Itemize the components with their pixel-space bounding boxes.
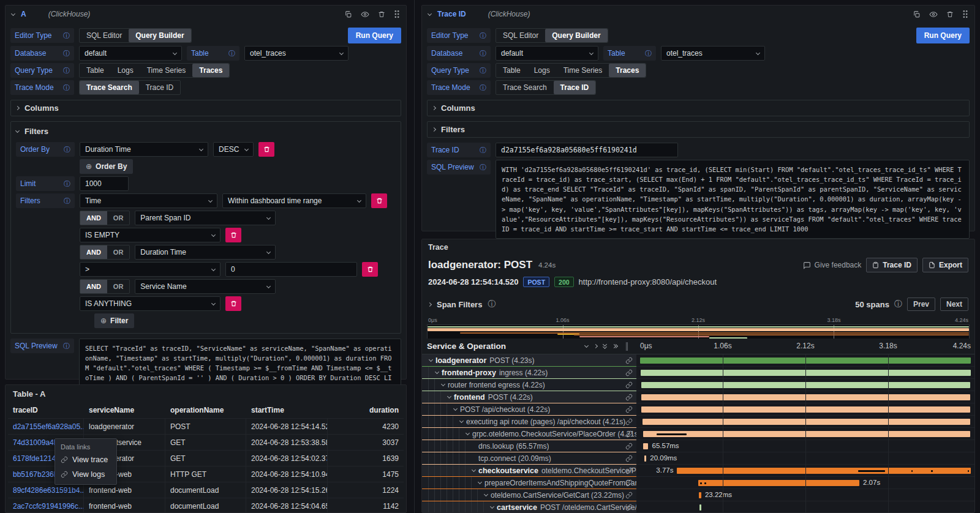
info-icon[interactable]: ⓘ — [480, 66, 486, 75]
table-row[interactable]: d2a7155ef6a928a05...loadgeneratorPOST202… — [8, 418, 404, 434]
span-link-icon[interactable] — [625, 357, 633, 366]
span-name-cell[interactable]: oteldemo.CartService/GetCart (23.22ms) — [422, 489, 636, 501]
condition-operator-select[interactable]: IS EMPTY — [80, 228, 221, 242]
option-query-builder[interactable]: Query Builder — [129, 29, 190, 42]
option-trace-search[interactable]: Trace Search — [496, 81, 554, 94]
span-name-cell[interactable]: tcp.connect (20.09ms) — [422, 452, 636, 465]
hide-response-icon[interactable] — [929, 10, 938, 18]
collapse-one-icon[interactable] — [585, 345, 588, 347]
column-header-operationname[interactable]: operationName — [165, 402, 246, 418]
span-row[interactable]: tcp.connect (20.09ms)20.09ms — [422, 452, 974, 465]
span-duration-bar[interactable] — [677, 468, 971, 474]
condition-value-input[interactable]: 0 — [225, 262, 357, 277]
option-trace-search[interactable]: Trace Search — [80, 81, 139, 94]
remove-order-by-button[interactable] — [258, 142, 274, 157]
prev-button[interactable]: Prev — [907, 298, 935, 311]
span-link-icon[interactable] — [625, 430, 633, 440]
option-time-series[interactable]: Time Series — [557, 64, 609, 77]
span-filters-chevron-icon[interactable] — [428, 302, 432, 306]
trace-id-button[interactable]: Trace ID — [866, 258, 918, 272]
give-feedback-link[interactable]: Give feedback — [803, 261, 862, 269]
span-row[interactable]: frontendPOST (4.22s) — [422, 391, 974, 403]
info-icon[interactable]: ⓘ — [64, 197, 70, 206]
table-select[interactable]: otel_traces — [244, 46, 349, 61]
column-header-traceid[interactable]: traceID — [8, 402, 84, 418]
table-row[interactable]: 2ac7ccfc91941996c...frontend-webdocument… — [8, 498, 404, 513]
span-expand-chevron-icon[interactable] — [435, 370, 439, 374]
span-row[interactable]: oteldemo.CartService/GetCart (23.22ms)23… — [422, 489, 974, 501]
duplicate-icon[interactable] — [344, 10, 352, 18]
span-name-cell[interactable]: checkoutserviceoteldemo.CheckoutService/… — [422, 465, 636, 477]
or-option[interactable]: OR — [107, 211, 130, 225]
expand-one-icon[interactable] — [594, 345, 597, 348]
limit-input[interactable]: 1000 — [80, 176, 129, 191]
info-icon[interactable]: ⓘ — [64, 179, 70, 189]
hide-response-icon[interactable] — [361, 10, 369, 18]
info-icon[interactable]: ⓘ — [480, 31, 486, 40]
span-name-cell[interactable]: grpc.oteldemo.CheckoutService/PlaceOrder… — [422, 428, 636, 440]
filter-value-select[interactable]: Within dashboard time range — [222, 193, 366, 208]
info-icon[interactable]: ⓘ — [64, 145, 70, 154]
and-option[interactable]: AND — [80, 245, 107, 259]
span-link-icon[interactable] — [625, 479, 633, 489]
span-name-cell[interactable]: dns.lookup (65.57ms) — [422, 440, 636, 452]
remove-condition-button[interactable] — [225, 296, 241, 311]
table-select[interactable]: otel_traces — [661, 46, 765, 61]
span-row[interactable]: executing api route (pages) /api/checkou… — [422, 416, 974, 428]
info-icon[interactable]: ⓘ — [63, 83, 70, 92]
span-row[interactable]: dns.lookup (65.57ms)65.57ms — [422, 440, 974, 452]
span-link-icon[interactable] — [625, 406, 633, 415]
span-link-icon[interactable] — [625, 418, 633, 427]
info-icon[interactable]: ⓘ — [63, 49, 70, 58]
column-header-duration[interactable]: duration — [328, 402, 404, 418]
view-logs-link[interactable]: View logs — [55, 467, 116, 482]
span-row[interactable]: frontend-proxyingress (4.22s) — [422, 367, 974, 379]
span-duration-bar[interactable] — [643, 443, 649, 449]
view-trace-link[interactable]: View trace — [55, 452, 116, 467]
span-expand-chevron-icon[interactable] — [447, 394, 451, 399]
columns-section[interactable]: Columns — [10, 100, 401, 116]
span-name-cell[interactable]: router frontend egress (4.22s) — [422, 379, 636, 391]
condition-operator-select[interactable]: > — [80, 262, 221, 277]
option-sql-editor[interactable]: SQL Editor — [496, 29, 545, 42]
option-table[interactable]: Table — [80, 64, 111, 77]
columns-section[interactable]: Columns — [427, 100, 970, 116]
span-duration-bar[interactable] — [643, 431, 970, 437]
info-icon[interactable]: ⓘ — [894, 299, 902, 310]
condition-operator-select[interactable]: IS ANYTHING — [80, 296, 221, 311]
info-icon[interactable]: ⓘ — [480, 83, 486, 92]
span-link-icon[interactable] — [625, 381, 633, 391]
span-link-icon[interactable] — [625, 492, 633, 501]
column-header-servicename[interactable]: serviceName — [84, 402, 165, 418]
export-button[interactable]: Export — [922, 258, 968, 272]
span-link-icon[interactable] — [625, 443, 633, 452]
span-filters-label[interactable]: Span Filters — [437, 300, 482, 309]
filters-section-header[interactable]: Filters — [16, 127, 396, 136]
run-query-button[interactable]: Run Query — [348, 28, 401, 43]
option-query-builder[interactable]: Query Builder — [545, 29, 607, 42]
or-option[interactable]: OR — [107, 245, 130, 259]
option-traces[interactable]: Traces — [192, 64, 229, 77]
span-row[interactable]: loadgeneratorPOST (4.23s) — [422, 354, 974, 367]
drag-handle-icon[interactable] — [394, 10, 400, 18]
remove-filter-button[interactable] — [371, 193, 387, 208]
span-duration-bar[interactable] — [699, 504, 701, 511]
span-expand-chevron-icon[interactable] — [478, 480, 482, 484]
and-option[interactable]: AND — [80, 280, 107, 293]
order-by-field-select[interactable]: Duration Time — [80, 142, 208, 157]
info-icon[interactable]: ⓘ — [63, 31, 70, 40]
span-row[interactable]: cartservicePOST /oteldemo.CartService/Ge… — [422, 501, 974, 512]
condition-field-select[interactable]: Service Name — [135, 279, 276, 294]
collapse-chevron-icon[interactable] — [11, 11, 15, 15]
database-select[interactable]: default — [79, 46, 182, 61]
column-header-starttime[interactable]: startTime — [246, 402, 328, 418]
condition-field-select[interactable]: Duration Time — [135, 245, 276, 260]
run-query-button[interactable]: Run Query — [916, 28, 970, 43]
span-expand-chevron-icon[interactable] — [441, 382, 445, 386]
option-trace-id[interactable]: Trace ID — [554, 81, 596, 94]
remove-condition-button[interactable] — [362, 262, 378, 277]
condition-field-select[interactable]: Parent Span ID — [135, 211, 276, 225]
option-logs[interactable]: Logs — [111, 64, 140, 77]
delete-query-icon[interactable] — [378, 10, 385, 18]
add-order-by-button[interactable]: ⊕Order By — [80, 159, 133, 174]
